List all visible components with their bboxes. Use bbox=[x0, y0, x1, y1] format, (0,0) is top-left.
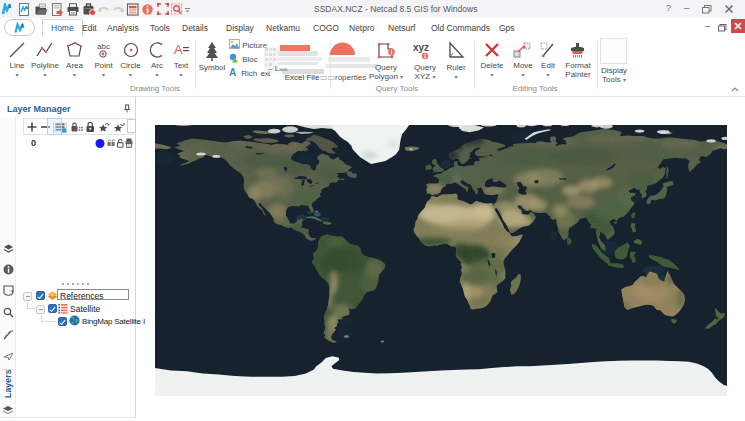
svg-text:A: A bbox=[174, 42, 183, 57]
svg-text:abc: abc bbox=[97, 42, 110, 51]
svg-text:xyz: xyz bbox=[413, 42, 429, 53]
svg-text:A: A bbox=[229, 67, 236, 77]
